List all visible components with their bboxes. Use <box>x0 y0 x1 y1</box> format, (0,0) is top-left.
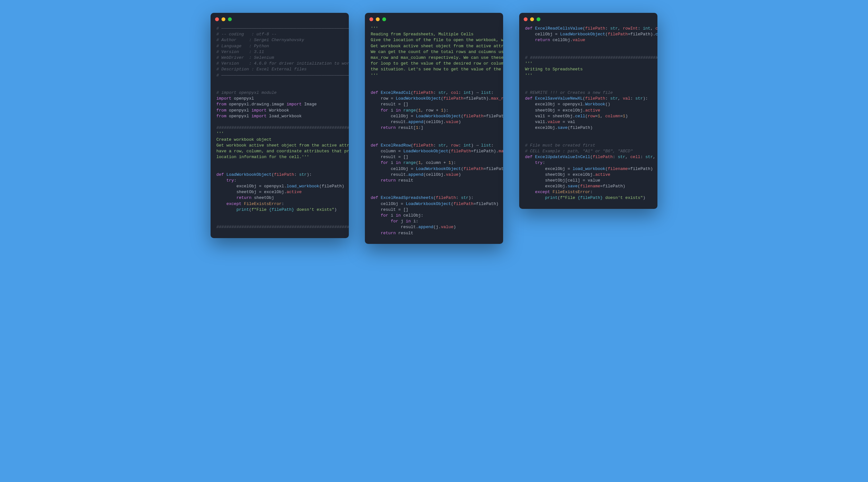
docstring: We can get the count of the total rows a… <box>371 50 503 54</box>
keyword: from <box>216 114 226 119</box>
maximize-icon[interactable] <box>382 18 386 21</box>
comment-line: # -- coding : utf-8 -- <box>216 32 277 37</box>
type: str <box>299 172 306 177</box>
exception: FileExistsError <box>550 190 590 194</box>
keyword-try: try <box>535 160 542 165</box>
comment-line: # ——————————————————————————————————————… <box>216 73 349 78</box>
comment-line: # Version : 4.6.0 for driver initializat… <box>216 61 349 66</box>
comment-line: # Author : Sergei Chernyahovsky <box>216 38 304 42</box>
function-name: LoadWorkbookObject <box>224 172 271 177</box>
code-window-2: ''' Reading from Spreadsheets, Multiple … <box>365 13 503 244</box>
builtin-print: print <box>545 195 557 200</box>
attr: active <box>286 190 302 194</box>
keyword-return: return <box>236 195 251 200</box>
module: openpyxl <box>226 114 251 119</box>
fstring: doesn't exists" <box>294 207 334 212</box>
keyword-except: except <box>226 201 242 206</box>
class: Workbook <box>267 108 289 113</box>
comment-line: # ——————————————————————————————————————… <box>216 26 349 31</box>
docstring: the situation. Let's see how to get the … <box>371 67 503 72</box>
close-icon[interactable] <box>215 18 219 21</box>
keyword: import <box>251 114 267 119</box>
code-window-1: # ——————————————————————————————————————… <box>211 13 349 238</box>
keyword-try: try <box>226 178 234 183</box>
docstring: Get workbook active sheet object from th… <box>216 143 349 148</box>
maximize-icon[interactable] <box>228 18 232 21</box>
function-name: ExcelReadSpreadsheets <box>378 195 433 200</box>
docstring: have a row, column, and coordinate attri… <box>216 149 349 154</box>
docstring: ''' <box>371 73 378 78</box>
docstring: ''' <box>525 73 532 78</box>
close-icon[interactable] <box>369 18 373 21</box>
comment-line: # Version : 3.11 <box>216 50 264 54</box>
keyword: from <box>216 108 226 113</box>
window-controls <box>519 13 657 24</box>
module: openpyxl.drawing.image <box>226 102 286 107</box>
comment-line: ########################################… <box>216 125 349 130</box>
builtin-print: print <box>236 207 249 212</box>
minimize-icon[interactable] <box>221 18 225 21</box>
comment-line: # File must be created first <box>525 143 595 148</box>
minimize-icon[interactable] <box>530 18 534 21</box>
code-block-3: def ExcelReadCellsValue(filePath: str, r… <box>519 24 657 209</box>
module: openpyxl <box>226 108 251 113</box>
docstring: ''' <box>216 131 224 136</box>
method: load_workbook <box>286 184 319 189</box>
func-import: load_workbook <box>267 114 302 119</box>
fstring-var: {filePath} <box>269 207 294 212</box>
docstring: ''' <box>371 26 378 31</box>
window-controls <box>211 13 349 24</box>
keyword: import <box>286 102 302 107</box>
exception: FileExistsError <box>242 201 282 206</box>
keyword: from <box>216 102 226 107</box>
window-controls <box>365 13 503 24</box>
function-name: ExcelReadCol <box>378 90 410 95</box>
code-block-1: # ——————————————————————————————————————… <box>211 24 349 238</box>
function-name: ExcelSaveValueNewXL <box>532 96 583 101</box>
comment-line: # Language : Python <box>216 44 269 49</box>
comment-line: ########################################… <box>216 225 349 229</box>
class: Image <box>302 102 317 107</box>
module: openpyxl <box>231 96 254 101</box>
docstring: location information for the cell.''' <box>216 155 309 159</box>
comment-line: # CELL Example : path, "A1" or "B6", "AB… <box>525 149 633 154</box>
docstring: max_row and max_column respectively. We … <box>371 55 503 60</box>
comment-line: # ######################################… <box>525 55 657 60</box>
minimize-icon[interactable] <box>376 18 380 21</box>
docstring: for loop to get the value of the desired… <box>371 61 503 66</box>
code-block-2: ''' Reading from Spreadsheets, Multiple … <box>365 24 503 244</box>
function-name: ExcelUpdateValueInCell <box>532 155 590 159</box>
keyword: import <box>251 108 267 113</box>
param: filePath <box>274 172 294 177</box>
code-window-3: def ExcelReadCellsValue(filePath: str, r… <box>519 13 657 209</box>
code-line: sheetObj = excelObj. <box>216 190 286 194</box>
keyword-def: def <box>216 172 224 177</box>
docstring: ''' <box>525 61 532 66</box>
comment-line: # import openpyxl module <box>216 90 277 95</box>
keyword-def: def <box>371 90 378 95</box>
maximize-icon[interactable] <box>536 18 540 21</box>
function-name: ExcelReadCellsValue <box>532 26 583 31</box>
function-name: ExcelReadRow <box>378 143 410 148</box>
keyword: import <box>216 96 231 101</box>
close-icon[interactable] <box>524 18 528 21</box>
comment-line: # REWRITE !!! or Creates a new file <box>525 90 613 95</box>
fstring: f"File <box>251 207 269 212</box>
docstring: Get workbook active sheet object from th… <box>371 44 503 49</box>
docstring: Writing to Spreadsheets <box>525 67 583 72</box>
comment-line: # WebDriver : Selenium <box>216 55 274 60</box>
docstring: Reading from Spreadsheets, Multiple Cell… <box>371 32 473 37</box>
code-line: excelObj = openpyxl. <box>216 184 286 189</box>
docstring: Create workbook object <box>216 137 272 142</box>
docstring: Give the location of the file to open th… <box>371 38 503 42</box>
keyword-except: except <box>535 190 550 194</box>
comment-line: # Description : Excel External files <box>216 67 307 72</box>
